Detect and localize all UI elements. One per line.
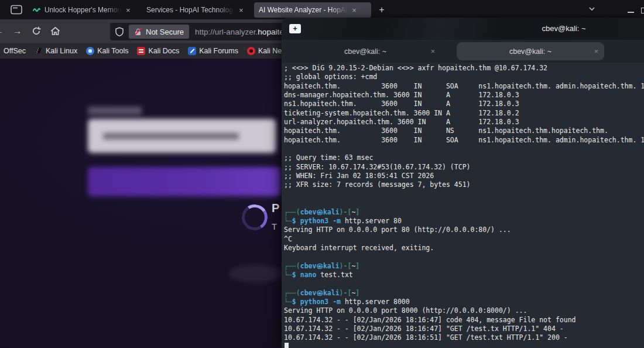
security-chip[interactable]: Not Secure <box>129 25 189 39</box>
security-chip-label: Not Secure <box>146 28 184 36</box>
terminal-new-tab-icon[interactable]: + <box>289 24 301 33</box>
terminal-tab-close-icon[interactable]: × <box>430 47 435 56</box>
tab-title: Services - HopAI Technologie <box>146 6 234 14</box>
terminal-tab-bar: cbev@kali: ~ × cbev@kali: ~ × <box>282 40 644 63</box>
tab-close-icon[interactable]: × <box>239 6 244 15</box>
firefox-view-icon[interactable] <box>11 5 22 15</box>
kali-dragon-icon <box>35 47 43 55</box>
url-text[interactable]: http://url-analyzer.hopaitec <box>195 28 287 36</box>
terminal-tab-label: cbev@kali: ~ <box>344 47 386 56</box>
new-tab-button[interactable]: + <box>375 4 388 16</box>
home-icon[interactable] <box>50 26 60 37</box>
form-label-blur <box>88 107 142 115</box>
tab-title: Unlock Hopper's Memori <box>44 6 121 14</box>
tab-ai-website-analyzer[interactable]: AI Website Analyzer - HopAI × <box>254 2 371 18</box>
terminal-cursor <box>285 343 289 348</box>
terminal-tab-label: cbev@kali: ~ <box>509 47 551 56</box>
input-placeholder-blur <box>103 133 239 139</box>
screen: P T Unlock Hopper's Memori × Services - … <box>0 0 644 348</box>
terminal-tab-close-icon[interactable]: × <box>594 47 598 56</box>
bookmark-kali-tools[interactable]: Kali Tools <box>86 47 128 55</box>
shield-icon[interactable] <box>115 27 124 37</box>
window-maximize-button[interactable] <box>641 8 644 13</box>
browser-tab-bar: Unlock Hopper's Memori × Services - HopA… <box>0 0 644 19</box>
forward-icon[interactable]: → <box>13 26 22 36</box>
bookmark-kali-docs[interactable]: Kali Docs <box>137 47 179 55</box>
page-smudge <box>228 265 284 282</box>
bookmark-offsec[interactable]: OffSec <box>4 47 26 55</box>
tab-services-hopai[interactable]: Services - HopAI Technologie × <box>142 2 251 18</box>
loading-text-fragment: P <box>272 202 279 215</box>
list-all-tabs-chevron-icon[interactable] <box>587 4 599 16</box>
loading-subtext-fragment: T <box>272 221 277 231</box>
analyze-button[interactable] <box>88 167 281 196</box>
back-icon[interactable]: ← <box>0 26 4 36</box>
terminal-window: + cbev@kali: ~ cbev@kali: ~ × cbev@kali:… <box>282 18 644 348</box>
terminal-tab-2[interactable]: cbev@kali: ~ × <box>457 42 604 60</box>
window-minimize-button[interactable] <box>628 12 634 13</box>
bookmark-kali-forums[interactable]: Kali Forums <box>188 47 238 55</box>
bookmark-kali-linux[interactable]: Kali Linux <box>35 47 77 55</box>
kali-nethunter-icon <box>247 47 255 55</box>
insecure-lock-icon <box>134 28 142 36</box>
terminal-output[interactable]: ; <<>> DiG 9.20.15-2-Debian <<>> axfr ho… <box>282 63 644 348</box>
kali-forums-icon <box>188 47 196 55</box>
terminal-window-title: cbev@kali: ~ <box>542 24 586 33</box>
terminal-tab-1[interactable]: cbev@kali: ~ × <box>290 42 441 60</box>
url-input-field[interactable] <box>88 119 276 153</box>
terminal-titlebar[interactable]: + cbev@kali: ~ <box>282 18 644 40</box>
tab-title: AI Website Analyzer - HopAI <box>259 6 347 14</box>
tab-close-icon[interactable]: × <box>352 6 357 15</box>
kali-docs-icon <box>137 47 145 55</box>
reload-icon[interactable] <box>32 26 41 37</box>
kali-tools-icon <box>86 47 94 55</box>
tab-favicon-wave-icon <box>33 7 40 13</box>
tab-unlock-hoppers-memories[interactable]: Unlock Hopper's Memori × <box>28 2 138 18</box>
tab-close-icon[interactable]: × <box>126 6 131 15</box>
